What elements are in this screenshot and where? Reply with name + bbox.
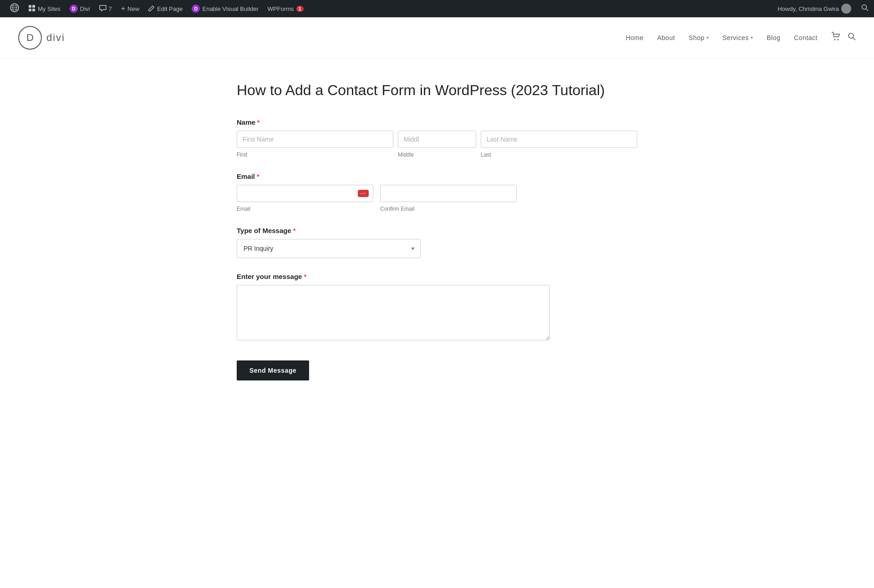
email-section: Email * ··· Email Confirm Email [237, 172, 637, 212]
type-label-text: Type of Message [237, 227, 291, 234]
svg-rect-8 [32, 9, 35, 11]
email-required-star: * [257, 172, 259, 180]
last-name-sublabel: Last [481, 152, 637, 158]
email-field-label: Email * [237, 172, 637, 180]
svg-rect-6 [32, 5, 35, 8]
nav-blog[interactable]: Blog [767, 34, 780, 41]
nav-services[interactable]: Services ▾ [722, 34, 753, 41]
admin-bar-left: My Sites D Divi 7 + New Edit Page [5, 0, 773, 17]
my-sites-label: My Sites [38, 5, 61, 12]
message-label-text: Enter your message [237, 273, 302, 280]
edit-page-label: Edit Page [157, 5, 183, 12]
admin-bar-right: Howdy, Christina Gwira [773, 0, 869, 17]
divi-label: Divi [80, 5, 90, 12]
my-sites-icon [28, 5, 36, 13]
email-label-text: Email [237, 172, 255, 180]
nav-shop-label: Shop [689, 34, 705, 41]
last-name-input[interactable] [481, 131, 637, 148]
svg-rect-5 [29, 5, 31, 8]
services-dropdown-arrow: ▾ [751, 35, 753, 40]
svg-line-10 [866, 9, 869, 11]
first-name-sublabel: First [237, 152, 393, 158]
nav-contact-label: Contact [794, 34, 818, 41]
site-nav: Home About Shop ▾ Services ▾ Blog Contac… [625, 32, 856, 43]
confirm-email-input[interactable] [380, 185, 517, 202]
nav-shop[interactable]: Shop ▾ [689, 34, 709, 41]
wpforms-label: WPForms [268, 5, 294, 12]
type-field-label: Type of Message * [237, 227, 637, 234]
logo-letter: D [26, 32, 34, 44]
nav-about-label: About [657, 34, 675, 41]
howdy-button[interactable]: Howdy, Christina Gwira [773, 0, 856, 17]
confirm-email-sublabel: Confirm Email [380, 206, 517, 212]
divi-icon: D [70, 5, 78, 13]
type-required-star: * [293, 227, 296, 234]
email-input-inner: ··· [237, 185, 373, 202]
message-textarea[interactable] [237, 285, 550, 340]
nav-contact[interactable]: Contact [794, 34, 818, 41]
nav-blog-label: Blog [767, 34, 780, 41]
svg-rect-7 [29, 9, 31, 11]
new-label: New [127, 5, 139, 12]
wpforms-button[interactable]: WPForms 1 [263, 0, 308, 17]
wp-logo-button[interactable] [5, 0, 24, 17]
site-header: D divi Home About Shop ▾ Services ▾ Blog… [0, 17, 874, 58]
email-autofill-icon: ··· [358, 190, 369, 197]
edit-page-button[interactable]: Edit Page [144, 0, 187, 17]
enable-vb-label: Enable Visual Builder [202, 5, 258, 12]
svg-point-11 [834, 39, 836, 41]
type-section: Type of Message * PR Inquiry General Inq… [237, 227, 637, 258]
confirm-email-wrap: Confirm Email [380, 185, 517, 212]
wpforms-badge: 1 [296, 6, 304, 12]
message-required-star: * [304, 273, 306, 280]
divi-button[interactable]: D Divi [65, 0, 95, 17]
name-required-star: * [257, 118, 260, 126]
comments-icon [99, 5, 107, 13]
message-section: Enter your message * [237, 273, 637, 342]
new-button[interactable]: + New [117, 0, 144, 17]
comments-count: 7 [109, 5, 112, 12]
page-title: How to Add a Contact Form in WordPress (… [237, 81, 637, 100]
middle-name-input[interactable] [398, 131, 476, 148]
middle-name-wrap: Middle [398, 131, 476, 158]
main-content: How to Add a Contact Form in WordPress (… [218, 58, 656, 417]
new-plus-icon: + [121, 5, 125, 13]
send-message-button[interactable]: Send Message [237, 360, 309, 380]
svg-point-13 [849, 33, 854, 38]
last-name-wrap: Last [481, 131, 637, 158]
email-input[interactable] [237, 185, 373, 202]
wordpress-icon [10, 3, 19, 15]
type-select[interactable]: PR Inquiry General Inquiry Support Partn… [237, 239, 421, 258]
nav-icons [831, 32, 856, 43]
first-name-wrap: First [237, 131, 393, 158]
email-sublabel: Email [237, 206, 373, 212]
nav-home-label: Home [625, 34, 643, 41]
middle-name-sublabel: Middle [398, 152, 476, 158]
cart-icon[interactable] [831, 32, 840, 43]
site-logo[interactable]: D divi [18, 26, 65, 50]
edit-page-icon [148, 5, 155, 13]
email-row: ··· Email Confirm Email [237, 185, 637, 212]
name-field-label: Name * [237, 118, 637, 126]
enable-vb-button[interactable]: D Enable Visual Builder [187, 0, 263, 17]
admin-bar: My Sites D Divi 7 + New Edit Page [0, 0, 874, 17]
nav-home[interactable]: Home [625, 34, 643, 41]
svg-point-12 [838, 39, 839, 41]
first-name-input[interactable] [237, 131, 393, 148]
nav-about[interactable]: About [657, 34, 675, 41]
avatar [841, 4, 851, 14]
name-row: First Middle Last [237, 131, 637, 158]
divi-vb-icon: D [192, 5, 200, 13]
name-section: Name * First Middle Last [237, 118, 637, 158]
comments-button[interactable]: 7 [95, 0, 117, 17]
name-label-text: Name [237, 118, 255, 126]
svg-line-14 [853, 38, 856, 41]
email-input-wrap: ··· Email [237, 185, 373, 212]
my-sites-button[interactable]: My Sites [24, 0, 65, 17]
nav-services-label: Services [722, 34, 749, 41]
type-select-wrap: PR Inquiry General Inquiry Support Partn… [237, 239, 421, 258]
header-search-icon[interactable] [848, 32, 856, 43]
admin-search-icon[interactable] [861, 4, 869, 13]
svg-point-9 [862, 5, 867, 10]
shop-dropdown-arrow: ▾ [706, 35, 709, 40]
